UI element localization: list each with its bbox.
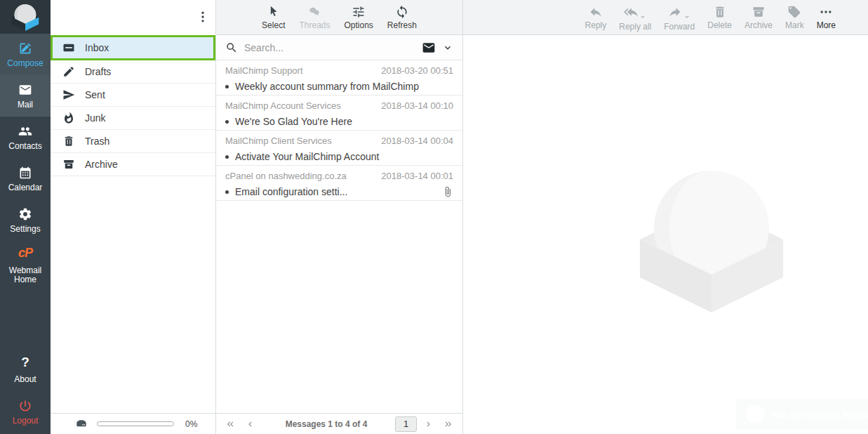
next-page-button[interactable] bbox=[421, 416, 436, 432]
sidebar-item-settings[interactable]: Settings bbox=[0, 199, 51, 241]
pencil-icon bbox=[62, 65, 75, 78]
toolbar-label: Threads bbox=[299, 20, 330, 30]
folder-item-trash[interactable]: Trash bbox=[51, 130, 215, 153]
folder-label: Trash bbox=[85, 136, 109, 147]
sidebar-item-calendar[interactable]: Calendar bbox=[0, 158, 51, 199]
sidebar-item-label: Calendar bbox=[8, 183, 43, 192]
message-row[interactable]: MailChimp Account Services 2018-03-14 00… bbox=[216, 96, 462, 131]
folder-item-inbox[interactable]: Inbox bbox=[51, 35, 215, 60]
toolbar-label: Refresh bbox=[387, 20, 417, 30]
toolbar-label: Archive bbox=[745, 20, 773, 30]
folder-item-junk[interactable]: Junk bbox=[51, 107, 215, 130]
trash-icon bbox=[62, 135, 75, 147]
search-input[interactable] bbox=[244, 42, 415, 53]
double-chevron-right-icon bbox=[443, 419, 453, 429]
sidebar-item-about[interactable]: ? About bbox=[0, 350, 51, 391]
forward-button[interactable]: Forward bbox=[664, 5, 695, 32]
cpanel-icon: cP bbox=[17, 249, 34, 263]
sidebar-item-compose[interactable]: Compose bbox=[0, 34, 51, 75]
double-chevron-left-icon bbox=[225, 419, 235, 429]
mail-icon bbox=[18, 83, 32, 97]
folder-item-archive[interactable]: Archive bbox=[51, 153, 215, 176]
reply-button[interactable]: Reply bbox=[585, 5, 607, 30]
archive-icon bbox=[752, 5, 766, 19]
archive-icon bbox=[62, 158, 75, 171]
sidebar-item-mail[interactable]: Mail bbox=[0, 75, 51, 117]
sidebar-item-label: Mail bbox=[18, 100, 33, 110]
message-subject: We're So Glad You're Here bbox=[235, 116, 352, 127]
question-icon: ? bbox=[18, 357, 32, 371]
folder-panel: Inbox Drafts Sent Junk Trash bbox=[51, 0, 216, 434]
folder-item-sent[interactable]: Sent bbox=[51, 84, 215, 107]
sidebar-item-label: Webmail bbox=[9, 265, 41, 275]
message-date: 2018-03-14 00:04 bbox=[381, 136, 453, 146]
forward-icon bbox=[668, 5, 682, 19]
folder-options-kebab-icon[interactable] bbox=[196, 10, 210, 24]
mail-view-panel: Reply Reply all bbox=[463, 0, 868, 434]
reply-all-chevron-down-icon bbox=[639, 13, 646, 20]
compose-icon bbox=[18, 41, 32, 55]
refresh-button[interactable]: Refresh bbox=[387, 5, 417, 30]
app-logo[interactable] bbox=[0, 0, 51, 34]
first-page-button[interactable] bbox=[222, 416, 238, 432]
quota-bar-container: 0% bbox=[51, 413, 215, 434]
folder-item-drafts[interactable]: Drafts bbox=[51, 60, 215, 84]
refresh-icon bbox=[395, 5, 409, 19]
more-button[interactable]: More bbox=[817, 5, 836, 30]
message-subject: Activate Your MailChimp Account bbox=[235, 151, 379, 162]
contacts-icon bbox=[18, 124, 32, 138]
folder-panel-header bbox=[51, 0, 215, 35]
search-options-chevron-down-icon[interactable] bbox=[442, 42, 453, 53]
mark-button[interactable]: Mark bbox=[785, 5, 804, 30]
sidebar-item-label: Logout bbox=[13, 416, 39, 426]
page-number-input[interactable] bbox=[395, 416, 417, 432]
toolbar-label: Forward bbox=[664, 22, 695, 32]
select-button[interactable]: Select bbox=[262, 5, 285, 30]
sidebar-item-logout[interactable]: Logout bbox=[0, 391, 51, 434]
message-list-panel: Select Threads Options Re bbox=[216, 0, 463, 434]
toolbar-label: Reply all bbox=[619, 22, 651, 32]
sidebar-item-webmail-home[interactable]: cP Webmail Home bbox=[0, 241, 51, 291]
message-date: 2018-03-20 00:51 bbox=[381, 65, 453, 76]
unread-dot bbox=[225, 120, 229, 124]
options-button[interactable]: Options bbox=[345, 5, 373, 30]
archive-button[interactable]: Archive bbox=[745, 5, 773, 30]
reply-all-button[interactable]: Reply all bbox=[619, 5, 651, 32]
toolbar-label: More bbox=[817, 20, 836, 30]
sidebar-item-label: Compose bbox=[7, 58, 43, 68]
list-toolbar: Select Threads Options Re bbox=[216, 0, 462, 35]
folder-label: Sent bbox=[85, 89, 105, 100]
search-icon bbox=[225, 41, 238, 54]
threads-button[interactable]: Threads bbox=[299, 5, 330, 30]
cursor-select-icon bbox=[267, 5, 281, 19]
mail-toolbar: Reply Reply all bbox=[463, 0, 868, 35]
sidebar-item-label: Contacts bbox=[8, 141, 41, 151]
chevron-left-icon bbox=[245, 419, 255, 429]
unread-dot bbox=[225, 190, 229, 194]
message-row[interactable]: cPanel on nashwedding.co.za 2018-03-14 0… bbox=[216, 166, 462, 201]
unread-dot bbox=[225, 85, 229, 88]
sidebar-item-label: About bbox=[14, 374, 36, 384]
gear-icon bbox=[18, 207, 32, 221]
folder-label: Archive bbox=[85, 159, 118, 170]
sidebar-item-contacts[interactable]: Contacts bbox=[0, 117, 51, 158]
message-subject: Email configuration setti... bbox=[235, 186, 347, 197]
reply-icon bbox=[589, 5, 603, 19]
last-page-button[interactable] bbox=[441, 416, 456, 432]
quota-percent: 0% bbox=[185, 419, 197, 429]
power-icon bbox=[18, 399, 32, 413]
prev-page-button[interactable] bbox=[242, 416, 258, 432]
messages-count-summary: Messages 1 to 4 of 4 bbox=[262, 419, 391, 429]
delete-button[interactable]: Delete bbox=[707, 5, 732, 30]
folder-label: Inbox bbox=[85, 42, 109, 53]
message-row[interactable]: MailChimp Client Services 2018-03-14 00:… bbox=[216, 131, 462, 166]
toolbar-label: Delete bbox=[707, 20, 732, 30]
folder-label: Junk bbox=[85, 112, 106, 124]
mail-content-area: i No messages found in bbox=[463, 35, 868, 434]
search-scope-envelope-icon[interactable] bbox=[422, 41, 436, 55]
message-row[interactable]: MailChimp Support 2018-03-20 00:51 Weekl… bbox=[216, 60, 462, 96]
folder-label: Drafts bbox=[85, 66, 111, 77]
trash-icon bbox=[713, 5, 727, 19]
toolbar-label: Select bbox=[262, 20, 285, 30]
toolbar-label: Options bbox=[345, 20, 373, 30]
